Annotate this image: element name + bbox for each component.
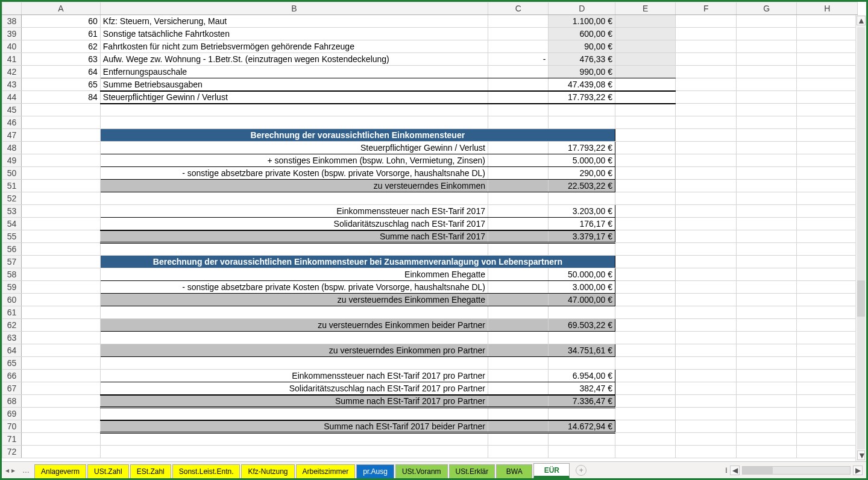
cell-H38[interactable]: [797, 15, 858, 28]
cell-G65[interactable]: [736, 357, 796, 370]
cell-F41[interactable]: [676, 53, 736, 66]
cell-G45[interactable]: [736, 104, 796, 116]
row-header-45[interactable]: 45: [2, 104, 22, 116]
cell-F45[interactable]: [676, 104, 736, 116]
cell-G70[interactable]: [736, 420, 796, 433]
cell-H40[interactable]: [797, 40, 858, 53]
cell-E38[interactable]: [615, 15, 675, 28]
cell-G41[interactable]: [736, 53, 796, 66]
cell-C63[interactable]: [488, 332, 548, 344]
cell-E56[interactable]: [615, 243, 675, 256]
scroll-left-button[interactable]: ◀: [730, 466, 740, 475]
row-header-39[interactable]: 39: [2, 28, 22, 40]
cell-F38[interactable]: [676, 15, 736, 28]
column-header-D[interactable]: D: [549, 2, 615, 15]
cell-A65[interactable]: [22, 357, 101, 370]
cell-A42[interactable]: 64: [22, 66, 101, 78]
cell-H51[interactable]: [797, 180, 858, 192]
cell-B59[interactable]: - sonstige absetzbare private Kosten (bs…: [100, 281, 488, 294]
cell-D64[interactable]: 34.751,61 €: [549, 344, 615, 357]
cell-A64[interactable]: [22, 344, 101, 357]
cell-E45[interactable]: [615, 104, 675, 116]
row-header-53[interactable]: 53: [2, 205, 22, 218]
cell-F50[interactable]: [676, 167, 736, 180]
cell-E58[interactable]: [615, 268, 675, 281]
cell-C72[interactable]: [488, 446, 548, 458]
scroll-up-button[interactable]: ▲: [857, 16, 866, 25]
cell-E68[interactable]: [615, 395, 675, 408]
cell-B61[interactable]: [100, 306, 488, 319]
cell-A40[interactable]: 62: [22, 40, 101, 53]
cell-H61[interactable]: [797, 306, 858, 319]
cell-G44[interactable]: [736, 91, 796, 104]
cell-B60[interactable]: zu versteuerndes Einkommen Ehegatte: [100, 294, 488, 306]
cell-A41[interactable]: 63: [22, 53, 101, 66]
row-header-66[interactable]: 66: [2, 370, 22, 382]
cell-C67[interactable]: [488, 382, 548, 395]
cell-B66[interactable]: Einkommenssteuer nach ESt-Tarif 2017 pro…: [100, 370, 488, 382]
row-header-46[interactable]: 46: [2, 116, 22, 129]
cell-E39[interactable]: [615, 28, 675, 40]
cell-H59[interactable]: [797, 281, 858, 294]
cell-C44[interactable]: [488, 91, 548, 104]
cell-A53[interactable]: [22, 205, 101, 218]
sheet-tab-prausg[interactable]: pr.Ausg: [356, 464, 394, 478]
row-header-54[interactable]: 54: [2, 218, 22, 230]
cell-E51[interactable]: [615, 180, 675, 192]
cell-C69[interactable]: [488, 408, 548, 420]
cell-H48[interactable]: [797, 142, 858, 154]
cell-H44[interactable]: [797, 91, 858, 104]
cell-H72[interactable]: [797, 446, 858, 458]
cell-F69[interactable]: [676, 408, 736, 420]
cell-A39[interactable]: 61: [22, 28, 101, 40]
cell-C66[interactable]: [488, 370, 548, 382]
sheet-tab-arbeitszimmer[interactable]: Arbeitszimmer: [296, 464, 356, 478]
cell-B62[interactable]: zu versteuerndes Einkommen beider Partne…: [100, 319, 488, 332]
row-header-59[interactable]: 59: [2, 281, 22, 294]
cell-C41[interactable]: -: [488, 53, 548, 66]
cell-D72[interactable]: [549, 446, 615, 458]
cell-H43[interactable]: [797, 78, 858, 91]
cell-E61[interactable]: [615, 306, 675, 319]
cell-F72[interactable]: [676, 446, 736, 458]
cell-F54[interactable]: [676, 218, 736, 230]
cell-H70[interactable]: [797, 420, 858, 433]
cell-D53[interactable]: 3.203,00 €: [549, 205, 615, 218]
cell-H69[interactable]: [797, 408, 858, 420]
cell-D52[interactable]: [549, 192, 615, 205]
vertical-scroll-thumb[interactable]: [857, 280, 865, 317]
cell-D67[interactable]: 382,47 €: [549, 382, 615, 395]
row-header-40[interactable]: 40: [2, 40, 22, 53]
sheet-tab-bwa[interactable]: BWA: [496, 464, 532, 478]
column-header-G[interactable]: G: [736, 2, 796, 15]
new-sheet-button[interactable]: +: [576, 465, 587, 476]
row-header-50[interactable]: 50: [2, 167, 22, 180]
cell-G69[interactable]: [736, 408, 796, 420]
cell-H47[interactable]: [797, 129, 858, 142]
cell-D50[interactable]: 290,00 €: [549, 167, 615, 180]
row-header-49[interactable]: 49: [2, 154, 22, 167]
tab-overflow-dots[interactable]: …: [19, 466, 34, 475]
sheet-tab-estzahl[interactable]: ESt.Zahl: [130, 464, 171, 478]
cell-A50[interactable]: [22, 167, 101, 180]
cell-D40[interactable]: 90,00 €: [549, 40, 615, 53]
cell-H62[interactable]: [797, 319, 858, 332]
cell-H55[interactable]: [797, 230, 858, 243]
cell-H60[interactable]: [797, 294, 858, 306]
cell-E59[interactable]: [615, 281, 675, 294]
cell-C54[interactable]: [488, 218, 548, 230]
cell-B42[interactable]: Entfernungspauschale: [100, 66, 488, 78]
cell-D68[interactable]: 7.336,47 €: [549, 395, 615, 408]
cell-C45[interactable]: [488, 104, 548, 116]
cell-G66[interactable]: [736, 370, 796, 382]
cell-E48[interactable]: [615, 142, 675, 154]
cell-F49[interactable]: [676, 154, 736, 167]
cell-F47[interactable]: [676, 129, 736, 142]
cell-B63[interactable]: [100, 332, 488, 344]
cell-G47[interactable]: [736, 129, 796, 142]
scroll-right-button[interactable]: ▶: [853, 466, 863, 475]
column-header-C[interactable]: C: [488, 2, 548, 15]
cell-A62[interactable]: [22, 319, 101, 332]
cell-A49[interactable]: [22, 154, 101, 167]
cell-C39[interactable]: [488, 28, 548, 40]
